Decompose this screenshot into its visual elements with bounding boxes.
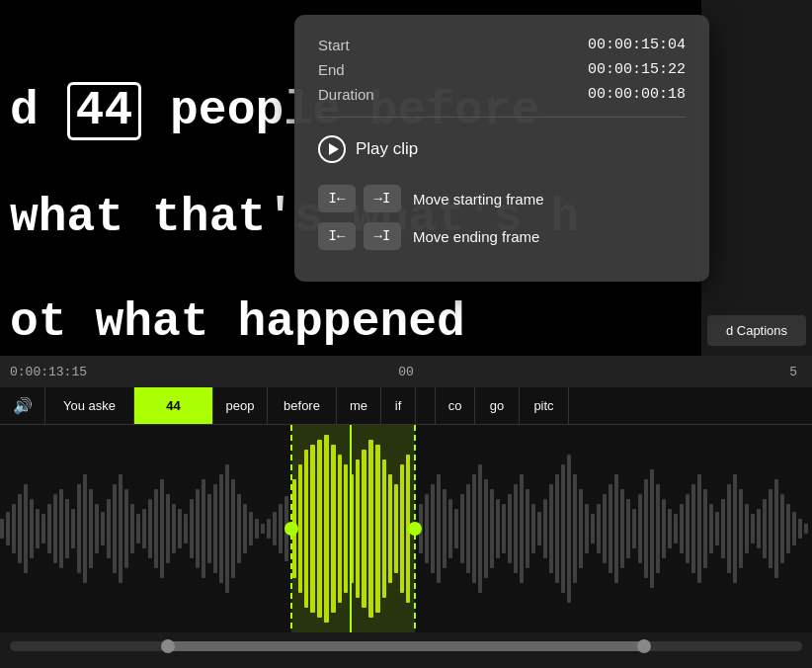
move-start-left-button[interactable]: I← <box>318 185 356 212</box>
svg-rect-52 <box>304 450 308 608</box>
word-cell-me: me <box>337 387 381 424</box>
play-icon <box>318 135 346 163</box>
svg-rect-74 <box>431 484 435 573</box>
svg-rect-67 <box>400 464 404 593</box>
svg-rect-39 <box>231 479 235 578</box>
svg-rect-43 <box>255 519 259 539</box>
waveform-area[interactable] <box>0 425 812 632</box>
svg-rect-8 <box>47 504 51 553</box>
timecode-left: 0:00:13:15 <box>10 365 87 379</box>
svg-rect-54 <box>317 440 322 618</box>
svg-rect-116 <box>680 504 684 553</box>
word-cell-youaske: You aske <box>45 387 134 424</box>
svg-rect-105 <box>614 474 618 583</box>
svg-rect-47 <box>279 504 283 553</box>
svg-rect-0 <box>0 519 4 539</box>
scrollbar-handle-left[interactable] <box>161 639 175 653</box>
svg-rect-76 <box>443 489 447 568</box>
svg-rect-133 <box>780 494 784 563</box>
svg-rect-82 <box>478 464 482 593</box>
svg-rect-11 <box>65 499 69 558</box>
svg-rect-18 <box>107 499 111 558</box>
svg-rect-103 <box>603 494 607 563</box>
scrollbar-area <box>0 632 812 660</box>
caption-number: 44 <box>67 82 142 140</box>
move-starting-label: Move starting frame <box>413 191 544 208</box>
svg-rect-112 <box>656 484 660 573</box>
svg-rect-29 <box>172 504 176 553</box>
svg-rect-128 <box>751 514 755 543</box>
svg-rect-5 <box>30 499 34 558</box>
svg-rect-87 <box>508 494 512 563</box>
svg-rect-7 <box>41 514 45 543</box>
start-value: 00:00:15:04 <box>588 37 686 53</box>
move-end-left-button[interactable]: I← <box>318 222 356 250</box>
move-start-right-button[interactable]: →I <box>364 185 401 212</box>
word-cell-empty <box>416 387 436 424</box>
scrollbar-handle-right[interactable] <box>637 639 651 653</box>
svg-rect-125 <box>733 474 737 583</box>
duration-label: Duration <box>318 86 407 103</box>
timecode-bar: 0:00:13:15 00 5 <box>0 356 812 387</box>
svg-rect-17 <box>101 512 105 545</box>
play-clip-button[interactable]: Play clip <box>318 131 418 167</box>
svg-rect-86 <box>502 504 506 553</box>
svg-rect-93 <box>543 499 547 558</box>
clip-info-popup: Start 00:00:15:04 End 00:00:15:22 Durati… <box>294 15 709 282</box>
move-end-right-button[interactable]: →I <box>364 222 401 250</box>
svg-rect-123 <box>721 499 725 558</box>
svg-rect-129 <box>757 509 761 548</box>
svg-rect-33 <box>196 489 200 568</box>
svg-rect-12 <box>71 509 75 548</box>
scrollbar-thumb[interactable] <box>168 641 643 651</box>
timecode-right: 5 <box>789 365 797 379</box>
svg-rect-66 <box>394 484 398 573</box>
word-cell-pitc: pitc <box>520 387 569 424</box>
move-ending-label: Move ending frame <box>413 228 539 245</box>
svg-rect-115 <box>674 514 678 543</box>
svg-rect-23 <box>136 514 140 543</box>
svg-rect-122 <box>715 512 719 545</box>
svg-rect-24 <box>142 509 146 548</box>
svg-rect-104 <box>609 484 612 573</box>
svg-rect-75 <box>437 474 441 583</box>
svg-rect-120 <box>703 489 707 568</box>
svg-rect-46 <box>273 512 277 545</box>
popup-divider <box>318 117 686 118</box>
svg-rect-89 <box>520 474 524 583</box>
svg-rect-1 <box>6 512 10 545</box>
word-cell-peop: peop <box>213 387 268 424</box>
svg-rect-10 <box>59 489 63 568</box>
svg-rect-36 <box>213 484 217 573</box>
svg-rect-37 <box>219 474 223 583</box>
end-label: End <box>318 61 407 78</box>
audio-icon: 🔊 <box>0 387 45 424</box>
ending-frame-row: I← →I Move ending frame <box>318 222 686 250</box>
starting-frame-row: I← →I Move starting frame <box>318 185 686 212</box>
svg-rect-15 <box>89 489 93 568</box>
word-cell-44: 44 <box>134 387 213 424</box>
svg-rect-2 <box>12 504 16 553</box>
svg-rect-55 <box>324 435 329 623</box>
svg-rect-101 <box>591 514 595 543</box>
start-row: Start 00:00:15:04 <box>318 37 686 53</box>
svg-rect-41 <box>243 504 247 553</box>
start-handle <box>284 522 298 536</box>
svg-rect-98 <box>573 474 577 583</box>
svg-rect-51 <box>298 464 302 593</box>
svg-rect-32 <box>190 499 194 558</box>
svg-rect-56 <box>331 445 336 613</box>
svg-rect-127 <box>745 504 749 553</box>
svg-rect-77 <box>448 499 452 558</box>
svg-rect-135 <box>792 512 796 545</box>
scrollbar-track[interactable] <box>10 641 802 651</box>
svg-rect-6 <box>36 509 40 548</box>
word-cell-if: if <box>381 387 416 424</box>
svg-rect-85 <box>496 499 500 558</box>
add-captions-button[interactable]: d Captions <box>707 315 806 346</box>
svg-rect-30 <box>178 509 182 548</box>
svg-rect-94 <box>549 484 553 573</box>
end-row: End 00:00:15:22 <box>318 61 686 78</box>
svg-rect-65 <box>388 474 392 583</box>
svg-rect-16 <box>95 504 99 553</box>
